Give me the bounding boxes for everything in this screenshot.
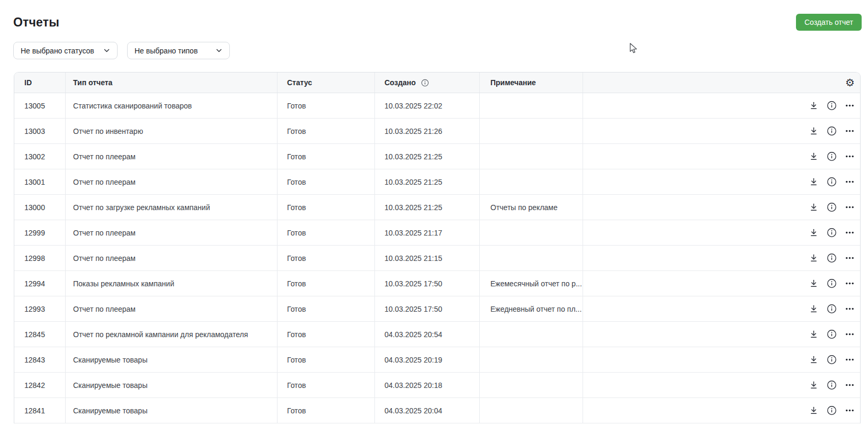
info-icon[interactable] [826, 151, 837, 162]
info-icon[interactable] [826, 228, 837, 238]
cell-status: Готов [278, 119, 375, 143]
cell-report-type: Сканируемые товары [66, 398, 278, 423]
cell-note: Отчеты по рекламе [480, 195, 583, 220]
create-report-button[interactable]: Создать отчет [796, 14, 862, 31]
download-icon[interactable] [808, 355, 819, 365]
status-filter-dropdown[interactable]: Не выбрано статусов [13, 42, 118, 59]
cell-id: 13001 [14, 169, 66, 194]
cell-status: Готов [278, 195, 375, 220]
type-filter-dropdown[interactable]: Не выбрано типов [127, 42, 230, 59]
cell-created: 04.03.2025 20:19 [375, 347, 480, 372]
cell-id: 12842 [14, 373, 66, 397]
info-icon[interactable] [826, 278, 837, 289]
ellipsis-icon[interactable] [844, 177, 855, 187]
cell-status: Готов [278, 322, 375, 347]
cell-status: Готов [278, 93, 375, 118]
cell-id: 13005 [14, 93, 66, 118]
info-icon[interactable] [826, 101, 837, 111]
cell-report-type: Отчет по рекламной кампании для рекламод… [66, 322, 278, 347]
info-icon[interactable] [826, 253, 837, 264]
cell-report-type: Отчет по плеерам [66, 144, 278, 169]
cell-id: 12999 [14, 220, 66, 245]
table-row: 12842 Сканируемые товары Готов 04.03.202… [14, 373, 860, 398]
cell-note [480, 322, 583, 347]
download-icon[interactable] [808, 380, 819, 391]
download-icon[interactable] [808, 329, 819, 340]
download-icon[interactable] [808, 177, 819, 187]
cell-note [480, 93, 583, 118]
cell-report-type: Статистика сканирований товаров [66, 93, 278, 118]
info-icon[interactable] [826, 380, 837, 391]
ellipsis-icon[interactable] [844, 126, 855, 137]
cell-note [480, 373, 583, 397]
cell-created: 10.03.2025 21:25 [375, 144, 480, 169]
table-row: 12994 Показы рекламных кампаний Готов 10… [14, 271, 860, 296]
table-row: 13001 Отчет по плеерам Готов 10.03.2025 … [14, 169, 860, 195]
download-icon[interactable] [808, 304, 819, 314]
ellipsis-icon[interactable] [844, 355, 855, 365]
info-icon[interactable] [826, 304, 837, 314]
ellipsis-icon[interactable] [844, 329, 855, 340]
table-body: 13005 Статистика сканирований товаров Го… [14, 93, 860, 423]
download-icon[interactable] [808, 101, 819, 111]
cell-report-type: Отчет по плеерам [66, 220, 278, 245]
cell-report-type: Сканируемые товары [66, 347, 278, 372]
cell-note [480, 220, 583, 245]
cell-status: Готов [278, 373, 375, 397]
ellipsis-icon[interactable] [844, 202, 855, 213]
table-header-row: ID Тип отчета Статус Создано Примечание [14, 73, 860, 93]
info-icon[interactable] [826, 329, 837, 340]
column-header-id: ID [14, 73, 66, 93]
info-icon[interactable] [826, 405, 837, 416]
table-row: 12841 Сканируемые товары Готов 04.03.202… [14, 398, 860, 423]
cell-created: 04.03.2025 20:18 [375, 373, 480, 397]
cell-report-type: Сканируемые товары [66, 373, 278, 397]
ellipsis-icon[interactable] [844, 101, 855, 111]
download-icon[interactable] [808, 151, 819, 162]
cell-note: Ежемесячный отчет по р... [480, 271, 583, 296]
gear-icon[interactable]: ⚙ [845, 77, 855, 88]
ellipsis-icon[interactable] [844, 380, 855, 391]
chevron-down-icon [103, 47, 110, 54]
cell-id: 12993 [14, 296, 66, 321]
cell-status: Готов [278, 144, 375, 169]
table-row: 12845 Отчет по рекламной кампании для ре… [14, 322, 860, 347]
info-icon[interactable] [826, 177, 837, 187]
ellipsis-icon[interactable] [844, 151, 855, 162]
cell-created: 04.03.2025 20:04 [375, 398, 480, 423]
table-row: 12843 Сканируемые товары Готов 04.03.202… [14, 347, 860, 373]
column-header-note: Примечание [480, 73, 583, 93]
cell-id: 12998 [14, 246, 66, 270]
table-row: 13002 Отчет по плеерам Готов 10.03.2025 … [14, 144, 860, 169]
cell-actions [583, 271, 860, 296]
column-header-created: Создано [375, 73, 480, 93]
cell-created: 10.03.2025 17:50 [375, 271, 480, 296]
info-icon[interactable] [419, 77, 430, 88]
cell-note [480, 347, 583, 372]
info-icon[interactable] [826, 202, 837, 213]
cell-created: 10.03.2025 21:25 [375, 169, 480, 194]
ellipsis-icon[interactable] [844, 253, 855, 264]
download-icon[interactable] [808, 253, 819, 264]
ellipsis-icon[interactable] [844, 278, 855, 289]
cell-created: 10.03.2025 21:25 [375, 195, 480, 220]
cell-id: 12845 [14, 322, 66, 347]
cell-actions [583, 220, 860, 245]
download-icon[interactable] [808, 405, 819, 416]
info-icon[interactable] [826, 355, 837, 365]
download-icon[interactable] [808, 202, 819, 213]
ellipsis-icon[interactable] [844, 405, 855, 416]
ellipsis-icon[interactable] [844, 304, 855, 314]
cell-status: Готов [278, 398, 375, 423]
cell-report-type: Отчет по загрузке рекламных кампаний [66, 195, 278, 220]
ellipsis-icon[interactable] [844, 228, 855, 238]
column-header-status: Статус [278, 73, 375, 93]
info-icon[interactable] [826, 126, 837, 137]
download-icon[interactable] [808, 278, 819, 289]
cell-created: 10.03.2025 21:26 [375, 119, 480, 143]
cell-report-type: Показы рекламных кампаний [66, 271, 278, 296]
download-icon[interactable] [808, 228, 819, 238]
reports-page: Отчеты Создать отчет Не выбрано статусов… [0, 0, 868, 425]
download-icon[interactable] [808, 126, 819, 137]
cell-report-type: Отчет по плеерам [66, 246, 278, 270]
